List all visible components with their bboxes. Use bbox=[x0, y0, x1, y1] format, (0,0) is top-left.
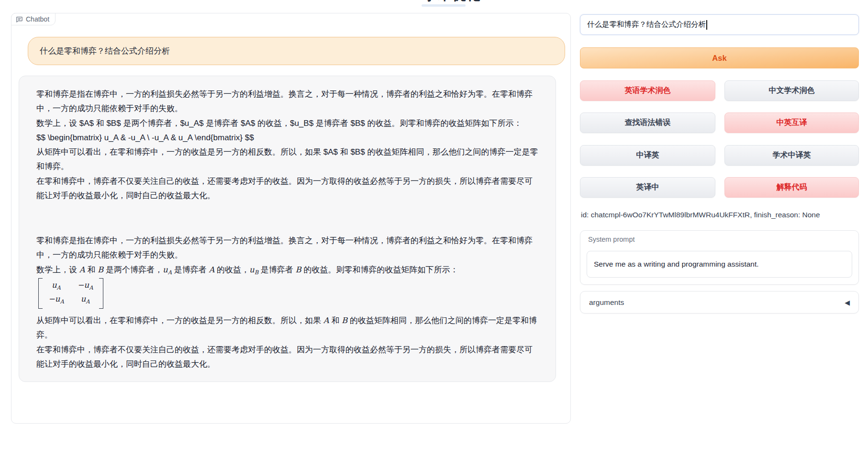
title-underline-fragment bbox=[422, 4, 466, 7]
bot-paragraph: 零和博弈是指在博弈中，一方的利益损失必然等于另一方的利益增益。换言之，对于每一种… bbox=[36, 87, 538, 116]
bot-math-paragraph: 数学上，设 A 和 B 是两个博弈者，uA 是博弈者 A 的收益，uB 是博弈者… bbox=[36, 263, 538, 277]
chatbot-label-text: Chatbot bbox=[26, 15, 49, 23]
triangle-left-icon: ◀ bbox=[845, 299, 850, 306]
matrix-left-bracket bbox=[38, 278, 43, 309]
bot-paragraph: 在零和博弈中，博弈者不仅要关注自己的收益，还需要考虑对手的收益。因为一方取得的收… bbox=[36, 343, 538, 372]
button-zh-en-mutual-translate[interactable]: 中英互译 bbox=[724, 112, 859, 133]
bot-message-bubble: 零和博弈是指在博弈中，一方的利益损失必然等于另一方的利益增益。换言之，对于每一种… bbox=[19, 76, 556, 382]
bot-paragraph: 零和博弈是指在博弈中，一方的利益损失必然等于另一方的利益增益。换言之，对于每一种… bbox=[36, 234, 538, 263]
button-english-academic-polish[interactable]: 英语学术润色 bbox=[580, 80, 715, 101]
matrix-cell: −uA bbox=[78, 280, 93, 293]
bot-paragraph: 从矩阵中可以看出，在零和博弈中，一方的收益是另一方的相反数。所以，如果 $A$ … bbox=[36, 145, 538, 174]
user-message-text: 什么是零和博弈？结合公式介绍分析 bbox=[40, 45, 170, 56]
chatbot-label: Chatbot bbox=[11, 13, 56, 25]
matrix-cell: uA bbox=[48, 280, 64, 293]
system-prompt-value: Serve me as a writing and programming as… bbox=[594, 260, 759, 269]
ask-button[interactable]: Ask bbox=[580, 47, 859, 68]
payoff-matrix: uA−uA−uAuA bbox=[38, 278, 103, 309]
button-academic-zh-to-en[interactable]: 学术中译英 bbox=[724, 145, 859, 166]
ask-button-label: Ask bbox=[712, 54, 726, 63]
chatbot-panel: Chatbot 什么是零和博弈？结合公式介绍分析 零和博弈是指在博弈中，一方的利… bbox=[11, 13, 571, 424]
page-title: 学术优化 bbox=[404, 0, 500, 4]
matrix-right-bracket bbox=[99, 278, 103, 309]
system-prompt-input[interactable]: Serve me as a writing and programming as… bbox=[587, 251, 852, 278]
matrix-cells: uA−uA−uAuA bbox=[43, 278, 99, 309]
system-prompt-group: System prompt Serve me as a writing and … bbox=[580, 230, 859, 285]
bot-latex-source: $$ \begin{bmatrix} u_A & -u_A \ -u_A & u… bbox=[36, 131, 538, 145]
button-zh-to-en[interactable]: 中译英 bbox=[580, 145, 715, 166]
bot-paragraph: 数学上，设 $A$ 和 $B$ 是两个博弈者，$u_A$ 是博弈者 $A$ 的收… bbox=[36, 116, 538, 131]
button-en-to-zh[interactable]: 英译中 bbox=[580, 177, 715, 198]
text-cursor bbox=[706, 20, 707, 30]
arguments-accordion-header[interactable]: arguments ◀ bbox=[580, 291, 859, 314]
user-message-bubble: 什么是零和博弈？结合公式介绍分析 bbox=[28, 37, 565, 65]
matrix-cell: uA bbox=[78, 293, 93, 307]
question-input[interactable]: 什么是零和博弈？结合公式介绍分析 bbox=[580, 14, 859, 35]
system-prompt-label: System prompt bbox=[588, 236, 635, 243]
question-input-value: 什么是零和博弈？结合公式介绍分析 bbox=[587, 20, 706, 30]
chat-bubble-icon bbox=[16, 16, 23, 23]
button-find-grammar-errors[interactable]: 查找语法错误 bbox=[580, 112, 715, 133]
arguments-accordion-label: arguments bbox=[589, 298, 624, 307]
paragraph-gap bbox=[36, 203, 538, 234]
button-chinese-academic-polish[interactable]: 中文学术润色 bbox=[724, 80, 859, 101]
button-explain-code[interactable]: 解释代码 bbox=[724, 177, 859, 198]
response-status-line: id: chatcmpl-6wOo7KrYTwMl89lbrMWRu4UkFFX… bbox=[581, 211, 820, 219]
bot-math-paragraph: 从矩阵中可以看出，在零和博弈中，一方的收益是另一方的相反数。所以，如果 A 和 … bbox=[36, 314, 538, 343]
bot-paragraph: 在零和博弈中，博弈者不仅要关注自己的收益，还需要考虑对手的收益。因为一方取得的收… bbox=[36, 174, 538, 203]
matrix-cell: −uA bbox=[48, 293, 64, 307]
